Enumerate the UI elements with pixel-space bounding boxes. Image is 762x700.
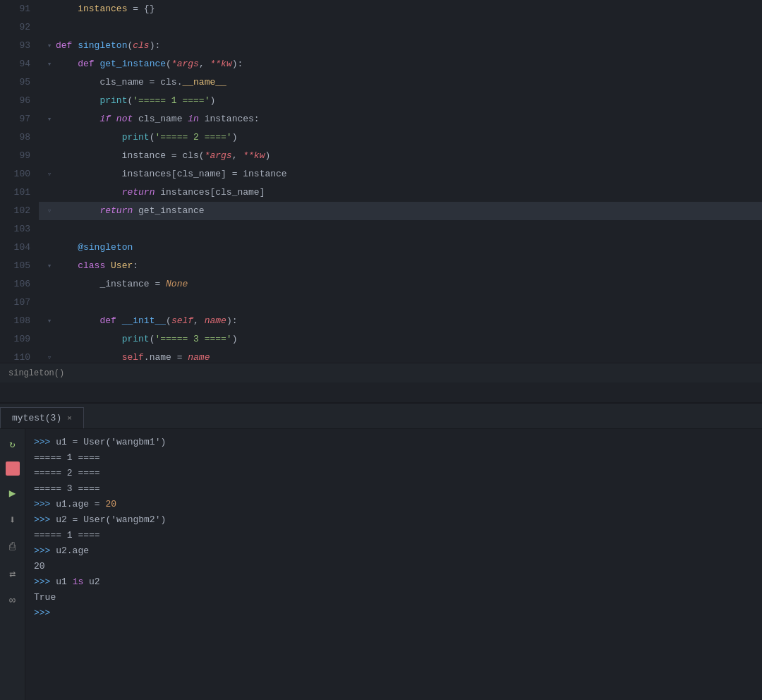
terminal-number: 20	[105, 499, 116, 509]
code-token	[56, 312, 99, 330]
line-number: 92	[0, 18, 30, 37]
code-token: if	[99, 110, 116, 128]
terminal-line: >>> u2 = User('wangbm2')	[34, 512, 754, 528]
play-button[interactable]: ▶	[4, 484, 22, 502]
line-number: 95	[0, 73, 30, 92]
line-number: 110	[0, 349, 30, 363]
terminal-output: ===== 2 ====	[34, 468, 100, 478]
fold-gutter[interactable]: ▿	[44, 165, 54, 183]
line-number: 100	[0, 165, 30, 183]
line-number: 96	[0, 92, 30, 110]
code-line: ▾ if not cls_name in instances:	[39, 110, 762, 128]
code-token: (	[150, 330, 155, 349]
code-line: ▿ instances[cls_name] = instance	[39, 165, 762, 183]
terminal-prompt: >>>	[34, 437, 56, 447]
code-token: def	[56, 55, 99, 73]
code-token: self	[171, 312, 193, 330]
code-token	[56, 349, 122, 363]
status-bar: singleton()	[0, 363, 762, 382]
code-token: '===== 2 ===='	[155, 128, 231, 147]
code-token	[56, 239, 78, 257]
fold-gutter[interactable]: ▾	[44, 55, 54, 73]
fold-gutter[interactable]: ▾	[44, 37, 54, 55]
terminal-prompt: >>>	[34, 545, 56, 556]
terminal-output: ===== 3 ====	[34, 483, 100, 494]
fold-gutter[interactable]: ▿	[44, 349, 54, 363]
terminal-tab-mytest[interactable]: mytest(3) ×	[0, 407, 84, 428]
code-token: (	[166, 312, 171, 330]
code-token: .name =	[144, 349, 188, 363]
code-token: User	[111, 257, 133, 275]
fold-gutter[interactable]: ▿	[44, 202, 54, 220]
line-number: 104	[0, 239, 30, 257]
code-token: instances[cls_name]	[160, 183, 265, 202]
code-token: print	[122, 128, 150, 147]
code-line: ▾def singleton(cls):	[39, 37, 762, 55]
code-token: name	[205, 312, 226, 330]
terminal-prompt: >>>	[34, 499, 56, 509]
code-token: ,	[232, 147, 243, 165]
code-line: ▿ self.name = name	[39, 349, 762, 363]
terminal-cursor: >>>	[34, 608, 50, 618]
terminal-line: >>> u1 is u2	[34, 574, 754, 590]
code-token	[56, 92, 99, 110]
editor-section: 9192939495969798991001011021031041051061…	[0, 0, 762, 402]
code-token	[56, 202, 99, 220]
terminal-line: >>> u2.age	[34, 543, 754, 559]
rerun-button[interactable]: ⇄	[4, 565, 22, 583]
loop-button[interactable]: ∞	[4, 591, 22, 610]
terminal-output: True	[34, 592, 56, 603]
terminal-line: ===== 1 ====	[34, 450, 754, 466]
code-token: **kw	[243, 147, 265, 165]
code-token: cls_name = cls.	[56, 73, 182, 92]
terminal-line: ===== 3 ====	[34, 481, 754, 497]
terminal-code: u1 = User('wangbm1')	[56, 437, 166, 447]
code-token: def	[99, 312, 121, 330]
terminal-line: >>> u1 = User('wangbm1')	[34, 435, 754, 450]
fold-gutter[interactable]: ▾	[44, 312, 54, 330]
code-token: **kw	[210, 55, 231, 73]
code-token: :	[133, 257, 138, 275]
code-token: get_instance	[99, 55, 166, 73]
code-token: print	[122, 330, 150, 349]
code-token: None	[166, 275, 188, 294]
code-token: *args	[205, 147, 232, 165]
run-button[interactable]: ↻	[4, 435, 22, 453]
code-line: ▿ return get_instance	[39, 202, 762, 220]
terminal-keyword: is	[73, 577, 84, 587]
line-number: 108	[0, 312, 30, 330]
terminal-line: 20	[34, 559, 754, 574]
status-breadcrumb: singleton()	[8, 368, 64, 378]
terminal-prompt: >>>	[34, 577, 56, 587]
code-token	[56, 0, 78, 18]
terminal-prompt: >>>	[34, 514, 56, 525]
code-token: ):	[226, 312, 238, 330]
code-token: instances[cls_name] = instance	[56, 165, 287, 183]
code-lines: instances = {}▾def singleton(cls):▾ def …	[39, 0, 762, 363]
line-number: 106	[0, 275, 30, 294]
terminal-code: u1.age =	[56, 499, 105, 509]
code-token: @singleton	[78, 239, 133, 257]
code-line: cls_name = cls.__name__	[39, 73, 762, 92]
code-token: (	[127, 37, 133, 55]
code-line: return instances[cls_name]	[39, 183, 762, 202]
download-button[interactable]: ⬇	[4, 511, 22, 529]
code-token	[56, 183, 122, 202]
terminal-tab-close[interactable]: ×	[67, 414, 72, 423]
fold-gutter[interactable]: ▾	[44, 257, 54, 275]
print-button[interactable]: ⎙	[4, 538, 22, 556]
code-token: ):	[150, 37, 161, 55]
code-token: in	[188, 110, 199, 128]
code-token	[56, 257, 78, 275]
terminal-content: >>> u1 = User('wangbm1') ===== 1 ==== ==…	[25, 429, 762, 700]
code-token: )	[232, 330, 238, 349]
stop-button[interactable]	[6, 461, 20, 476]
code-token: )	[210, 92, 215, 110]
code-token: cls_name	[133, 110, 188, 128]
line-number: 93	[0, 37, 30, 55]
code-line: ▾ def get_instance(*args, **kw):	[39, 55, 762, 73]
line-number: 97	[0, 110, 30, 128]
code-token: )	[265, 147, 270, 165]
code-token: not	[116, 110, 133, 128]
fold-gutter[interactable]: ▾	[44, 110, 54, 128]
